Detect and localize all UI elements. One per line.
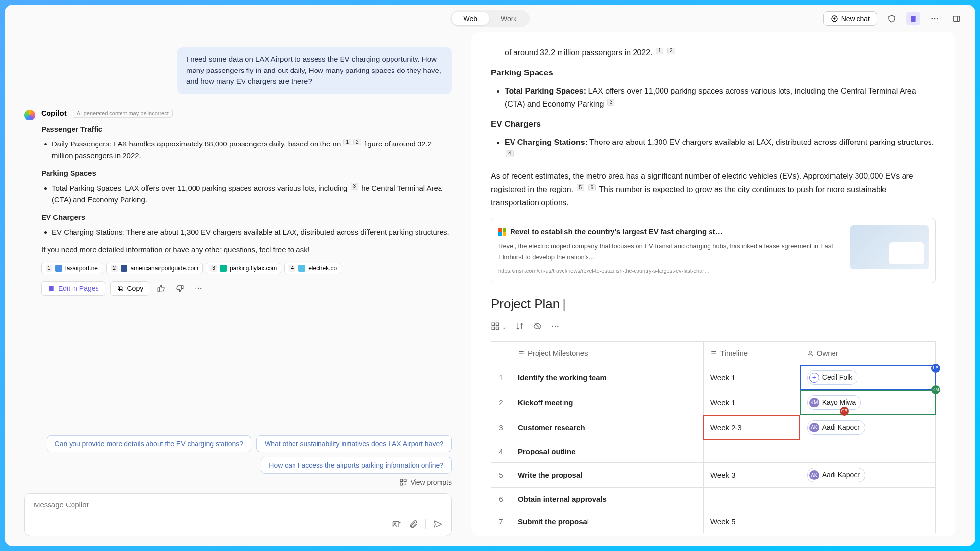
person-icon bbox=[807, 350, 814, 357]
thumbs-up-icon[interactable] bbox=[154, 282, 168, 295]
suggestion-3[interactable]: How can I access the airports parking in… bbox=[261, 457, 452, 474]
edit-in-pages-button[interactable]: Edit in Pages bbox=[41, 281, 105, 296]
thumbs-down-icon[interactable] bbox=[173, 282, 187, 295]
svg-rect-5 bbox=[953, 16, 960, 22]
shield-icon[interactable] bbox=[885, 12, 899, 25]
visibility-icon[interactable] bbox=[533, 321, 542, 335]
table-row[interactable]: 1Identify the working teamWeek 1 + Cecil… bbox=[491, 365, 936, 390]
main-content: I need some data on LAX Airport to asses… bbox=[5, 32, 975, 546]
tab-web[interactable]: Web bbox=[452, 12, 490, 25]
view-switcher-icon[interactable] bbox=[491, 321, 507, 335]
table-row[interactable]: 7Submit the proposalWeek 5 bbox=[491, 510, 936, 533]
citation-3[interactable]: 3 bbox=[351, 183, 359, 190]
new-chat-button[interactable]: New chat bbox=[823, 11, 877, 26]
top-bar: Web Work New chat bbox=[5, 5, 975, 32]
presence-lb: LB bbox=[931, 364, 940, 373]
table-row[interactable]: 2Kickoff meetingWeek 1 KM Kayo Miwa bbox=[491, 390, 936, 415]
attachment-icon[interactable] bbox=[409, 519, 418, 529]
bot-name: Copilot bbox=[41, 109, 67, 117]
svg-rect-19 bbox=[492, 327, 494, 329]
tab-switcher: Web Work bbox=[450, 10, 530, 27]
view-prompts-button[interactable]: View prompts bbox=[399, 479, 452, 486]
heading-parking-spaces: Parking Spaces bbox=[41, 168, 452, 179]
doc-cite-5[interactable]: 5 bbox=[577, 184, 585, 191]
ai-disclaimer: AI-generated content may be incorrect bbox=[73, 109, 173, 118]
tab-work[interactable]: Work bbox=[489, 12, 528, 25]
list-icon bbox=[518, 350, 525, 357]
table-row[interactable]: 6Obtain internal approvals bbox=[491, 487, 936, 510]
svg-point-4 bbox=[937, 18, 938, 20]
table-more-icon[interactable] bbox=[551, 321, 560, 335]
copilot-logo-icon bbox=[24, 110, 35, 120]
bot-content: Passenger Traffic Daily Passengers: LAX … bbox=[41, 123, 452, 256]
svg-rect-6 bbox=[49, 286, 53, 291]
microsoft-logo-icon bbox=[498, 228, 506, 236]
chat-scroll[interactable]: I need some data on LAX Airport to asses… bbox=[24, 32, 452, 426]
svg-rect-20 bbox=[496, 327, 499, 329]
heading-passenger-traffic: Passenger Traffic bbox=[41, 123, 452, 135]
pages-icon[interactable] bbox=[906, 12, 920, 25]
image-add-icon[interactable] bbox=[392, 519, 402, 529]
svg-rect-13 bbox=[404, 479, 407, 482]
sources-row: 1laxairport.net2americanairportguide.com… bbox=[41, 263, 452, 274]
svg-point-23 bbox=[558, 326, 559, 327]
source-chip[interactable]: 4electrek.co bbox=[284, 263, 341, 274]
suggestion-2[interactable]: What other sustainability initiatives do… bbox=[256, 435, 452, 452]
doc-cite-4[interactable]: 4 bbox=[506, 150, 514, 157]
svg-rect-15 bbox=[393, 521, 399, 527]
panel-toggle-icon[interactable] bbox=[950, 12, 963, 25]
top-right-actions: New chat bbox=[823, 11, 963, 26]
message-input-box[interactable] bbox=[24, 493, 452, 536]
news-card[interactable]: Revel to establish the country's largest… bbox=[491, 218, 936, 283]
suggestions: Can you provide more details about the E… bbox=[24, 426, 452, 474]
source-chip[interactable]: 2americanairportguide.com bbox=[106, 263, 203, 274]
svg-point-11 bbox=[200, 287, 201, 288]
copy-icon bbox=[117, 285, 124, 292]
news-thumbnail bbox=[850, 225, 929, 269]
svg-point-10 bbox=[198, 287, 199, 288]
table-row[interactable]: 4Proposal outline bbox=[491, 440, 936, 463]
svg-rect-18 bbox=[496, 323, 499, 325]
more-actions-icon[interactable] bbox=[192, 282, 205, 295]
news-url: https://msn.com/en-us/travel/news/revel-… bbox=[498, 266, 840, 276]
project-plan-title[interactable]: Project Plan bbox=[491, 293, 936, 314]
send-icon[interactable] bbox=[433, 519, 442, 529]
news-description: Revel, the electric moped company that f… bbox=[498, 241, 840, 263]
copy-button[interactable]: Copy bbox=[110, 281, 150, 296]
doc-cite-3[interactable]: 3 bbox=[607, 99, 615, 106]
suggestion-1[interactable]: Can you provide more details about the E… bbox=[47, 435, 251, 452]
citation-1[interactable]: 1 bbox=[343, 139, 351, 145]
message-input[interactable] bbox=[34, 501, 442, 509]
presence-cb: CB bbox=[840, 407, 849, 416]
heading-ev-chargers: EV Chargers bbox=[41, 212, 452, 223]
doc-cite-1[interactable]: 1 bbox=[656, 48, 663, 54]
svg-point-2 bbox=[931, 18, 933, 20]
closing-text: If you need more detailed information or… bbox=[41, 244, 452, 256]
new-chat-label: New chat bbox=[841, 15, 870, 23]
doc-heading-ev: EV Chargers bbox=[491, 118, 936, 132]
svg-rect-1 bbox=[911, 16, 915, 22]
svg-rect-7 bbox=[119, 287, 123, 291]
svg-point-21 bbox=[552, 326, 553, 327]
source-chip[interactable]: 3parking.flylax.com bbox=[206, 263, 281, 274]
table-toolbar bbox=[491, 321, 936, 335]
doc-heading-parking: Parking Spaces bbox=[491, 66, 936, 80]
document-panel[interactable]: of around 32.2 million passengers in 202… bbox=[471, 32, 956, 536]
table-row[interactable]: 3Customer researchWeek 2-3 AK Aadi Kapoo… bbox=[491, 415, 936, 440]
chat-panel: I need some data on LAX Airport to asses… bbox=[24, 32, 471, 536]
list-icon bbox=[710, 350, 717, 357]
app-window: Web Work New chat I ne bbox=[5, 5, 975, 546]
doc-cite-6[interactable]: 6 bbox=[588, 184, 596, 191]
svg-rect-14 bbox=[400, 483, 403, 485]
sort-icon[interactable] bbox=[515, 321, 524, 335]
user-message: I need some data on LAX Airport to asses… bbox=[177, 47, 452, 94]
more-icon[interactable] bbox=[928, 12, 942, 25]
doc-cite-2[interactable]: 2 bbox=[667, 48, 675, 54]
plus-circle-icon bbox=[831, 15, 838, 23]
source-chip[interactable]: 1laxairport.net bbox=[41, 263, 103, 274]
project-table[interactable]: Project Milestones Timeline Owner 1Ident… bbox=[491, 341, 936, 533]
table-row[interactable]: 5Write the proposalWeek 3 AK Aadi Kapoor bbox=[491, 463, 936, 488]
svg-rect-17 bbox=[492, 323, 494, 325]
citation-2[interactable]: 2 bbox=[353, 139, 361, 145]
bot-response: Copilot AI-generated content may be inco… bbox=[24, 109, 452, 296]
